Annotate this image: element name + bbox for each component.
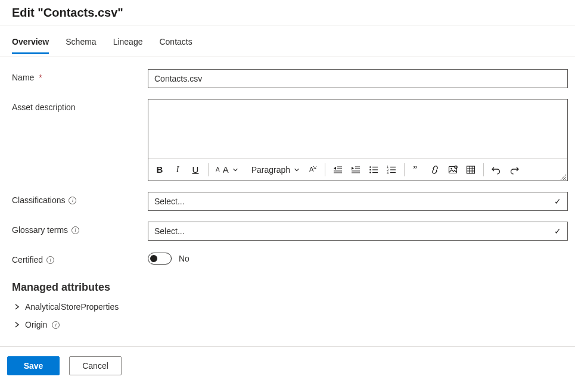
font-large-a-icon: A	[223, 164, 229, 175]
glossary-select[interactable]: Select... ✓	[148, 222, 568, 241]
rte-toolbar: B I U AA Paragraph	[148, 158, 567, 181]
toggle-knob	[150, 255, 157, 262]
indent-button[interactable]	[347, 161, 365, 179]
italic-button[interactable]: I	[169, 161, 187, 179]
tab-contacts[interactable]: Contacts	[159, 35, 192, 54]
divider	[0, 346, 575, 347]
font-small-a-icon: A	[216, 166, 220, 173]
required-indicator: *	[39, 73, 42, 82]
classifications-select[interactable]: Select... ✓	[148, 192, 568, 211]
svg-point-1	[369, 166, 371, 168]
outdent-button[interactable]	[329, 161, 347, 179]
tab-overview[interactable]: Overview	[12, 35, 49, 54]
svg-point-9	[450, 167, 452, 169]
paragraph-dropdown[interactable]: Paragraph	[248, 161, 303, 179]
check-icon: ✓	[554, 197, 561, 206]
expander-label: AnalyticalStoreProperties	[25, 302, 119, 312]
link-button[interactable]	[426, 161, 444, 179]
certified-label: Certified i	[12, 251, 148, 265]
indent-icon	[351, 165, 360, 175]
tab-lineage[interactable]: Lineage	[113, 35, 143, 54]
chevron-down-icon	[294, 167, 300, 173]
separator	[208, 163, 209, 176]
font-size-dropdown[interactable]: AA	[212, 161, 242, 179]
separator	[483, 163, 484, 176]
info-icon[interactable]: i	[72, 226, 79, 234]
image-button[interactable]	[444, 161, 462, 179]
chevron-right-icon	[14, 304, 20, 310]
chevron-down-icon	[232, 167, 238, 173]
tab-schema[interactable]: Schema	[66, 35, 96, 54]
number-list-button[interactable]: 1 2 3	[383, 161, 400, 179]
svg-rect-11	[467, 166, 475, 173]
certified-value: No	[179, 254, 189, 263]
expander-analytical-store-properties[interactable]: AnalyticalStoreProperties	[12, 302, 568, 312]
svg-point-3	[369, 172, 371, 173]
svg-text:”: ”	[413, 165, 417, 175]
name-input[interactable]	[148, 69, 568, 88]
clear-format-button[interactable]: A	[303, 161, 321, 179]
info-icon[interactable]: i	[46, 256, 54, 264]
bullet-list-icon	[369, 165, 378, 175]
select-placeholder: Select...	[154, 197, 185, 206]
expander-origin[interactable]: Origin i	[12, 320, 568, 329]
save-button[interactable]: Save	[7, 356, 60, 375]
certified-toggle[interactable]	[148, 253, 172, 265]
redo-button[interactable]	[505, 161, 523, 179]
description-label: Asset description	[12, 99, 148, 112]
quote-icon: ”	[412, 165, 422, 175]
clear-format-icon: A	[307, 164, 318, 175]
divider	[0, 57, 575, 57]
page-title: Edit "Contacts.csv"	[12, 6, 123, 19]
chevron-right-icon	[14, 322, 20, 328]
svg-text:A: A	[309, 166, 314, 173]
paragraph-label: Paragraph	[251, 165, 290, 175]
table-icon	[466, 165, 475, 175]
classifications-label: Classifications i	[12, 192, 148, 205]
select-placeholder: Select...	[154, 226, 185, 236]
resize-handle-icon[interactable]	[560, 173, 567, 181]
cancel-button[interactable]: Cancel	[69, 356, 122, 375]
separator	[404, 163, 405, 176]
info-icon[interactable]: i	[69, 197, 76, 204]
expander-label: Origin	[25, 320, 47, 329]
outdent-icon	[333, 165, 343, 175]
separator	[325, 163, 325, 176]
image-icon	[448, 165, 458, 175]
undo-icon	[492, 165, 501, 175]
glossary-label: Glossary terms i	[12, 222, 148, 235]
quote-button[interactable]: ”	[408, 161, 426, 179]
check-icon: ✓	[554, 226, 561, 236]
rich-text-editor: B I U AA Paragraph	[148, 99, 568, 181]
bullet-list-button[interactable]	[365, 161, 383, 179]
managed-attributes-heading: Managed attributes	[12, 281, 568, 294]
link-icon	[430, 165, 440, 175]
name-label: Name*	[12, 69, 148, 82]
bold-button[interactable]: B	[151, 161, 169, 179]
undo-button[interactable]	[487, 161, 505, 179]
svg-point-2	[369, 169, 371, 170]
redo-icon	[509, 165, 519, 175]
tabs: Overview Schema Lineage Contacts	[0, 26, 575, 54]
underline-button[interactable]: U	[187, 161, 204, 179]
table-button[interactable]	[462, 161, 480, 179]
number-list-icon: 1 2 3	[387, 165, 396, 175]
description-input[interactable]	[148, 99, 567, 158]
svg-text:3: 3	[387, 171, 388, 175]
info-icon[interactable]: i	[52, 321, 60, 329]
